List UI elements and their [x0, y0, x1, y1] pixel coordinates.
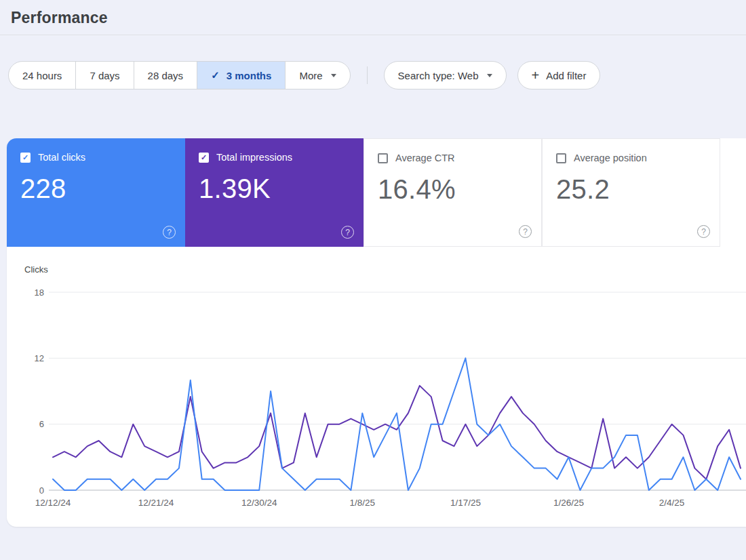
total-impressions-value: 1.39K — [199, 174, 350, 204]
help-icon[interactable]: ? — [163, 226, 176, 239]
metric-card-header: Total impressions — [199, 152, 350, 163]
svg-text:12/30/24: 12/30/24 — [241, 498, 277, 508]
date-range-28-days[interactable]: 28 days — [134, 61, 198, 89]
total-clicks-value: 228 — [20, 174, 172, 204]
metric-card-label: Total clicks — [38, 152, 85, 163]
average-ctr-checkbox[interactable] — [378, 153, 388, 163]
plus-icon: + — [532, 68, 540, 82]
metric-card-average-position[interactable]: Average position 25.2 ? — [542, 138, 720, 247]
average-ctr-value: 16.4% — [378, 174, 528, 205]
date-range-selector: 24 hours 7 days 28 days ✓ 3 months More — [8, 61, 351, 89]
metric-card-header: Average position — [556, 153, 706, 163]
metric-card-header: Total clicks — [20, 152, 172, 163]
total-impressions-checkbox[interactable] — [199, 153, 209, 163]
metric-cards-row: Total clicks 228 ? Total impressions 1.3… — [7, 138, 746, 247]
svg-text:1/8/25: 1/8/25 — [350, 498, 376, 508]
date-range-label: 28 days — [148, 70, 184, 81]
toolbar-separator — [367, 66, 368, 84]
clicks-impressions-line-chart: 06121812/12/2412/21/2412/30/241/8/251/17… — [7, 276, 746, 515]
svg-text:0: 0 — [39, 485, 44, 496]
metric-card-header: Average CTR — [378, 153, 528, 163]
date-range-7-days[interactable]: 7 days — [75, 61, 134, 89]
search-type-selector[interactable]: Search type: Web — [384, 61, 507, 89]
metric-card-average-ctr[interactable]: Average CTR 16.4% ? — [364, 138, 542, 247]
average-position-value: 25.2 — [556, 174, 706, 205]
date-range-label: 7 days — [90, 70, 119, 81]
svg-text:1/26/25: 1/26/25 — [553, 498, 584, 508]
search-type-label: Search type: Web — [398, 70, 479, 81]
svg-text:2/4/25: 2/4/25 — [659, 498, 685, 508]
performance-chart: Clicks 06121812/12/2412/21/2412/30/241/8… — [7, 247, 746, 515]
average-position-checkbox[interactable] — [556, 153, 566, 163]
chart-y-axis-label: Clicks — [7, 264, 746, 275]
metric-card-total-impressions[interactable]: Total impressions 1.39K ? — [185, 138, 364, 247]
metric-card-label: Total impressions — [216, 152, 292, 163]
svg-text:12/21/24: 12/21/24 — [138, 498, 174, 508]
svg-text:18: 18 — [35, 287, 44, 298]
total-clicks-checkbox[interactable] — [20, 153, 31, 163]
svg-text:12: 12 — [35, 353, 44, 363]
date-range-24-hours[interactable]: 24 hours — [8, 61, 76, 89]
page-title: Performance — [11, 9, 735, 27]
page-header: Performance — [0, 0, 746, 35]
svg-text:12/12/24: 12/12/24 — [35, 498, 71, 508]
date-range-3-months[interactable]: ✓ 3 months — [197, 61, 286, 89]
svg-text:1/17/25: 1/17/25 — [450, 498, 481, 508]
check-icon: ✓ — [211, 69, 220, 81]
chevron-down-icon — [487, 74, 492, 77]
performance-panel: Total clicks 228 ? Total impressions 1.3… — [7, 138, 746, 527]
date-range-label: 3 months — [227, 70, 272, 81]
help-icon[interactable]: ? — [519, 225, 532, 238]
help-icon[interactable]: ? — [697, 225, 710, 238]
metric-card-total-clicks[interactable]: Total clicks 228 ? — [7, 138, 185, 247]
add-filter-label: Add filter — [546, 70, 586, 81]
date-range-label: More — [299, 70, 322, 81]
add-filter-button[interactable]: + Add filter — [517, 61, 601, 89]
svg-text:6: 6 — [39, 419, 44, 429]
help-icon[interactable]: ? — [341, 226, 354, 239]
chevron-down-icon — [331, 74, 336, 77]
date-range-more[interactable]: More — [285, 61, 350, 89]
date-range-label: 24 hours — [22, 70, 62, 81]
filter-toolbar: 24 hours 7 days 28 days ✓ 3 months More … — [0, 35, 746, 89]
metric-card-label: Average CTR — [395, 153, 455, 163]
metric-card-label: Average position — [574, 153, 647, 163]
